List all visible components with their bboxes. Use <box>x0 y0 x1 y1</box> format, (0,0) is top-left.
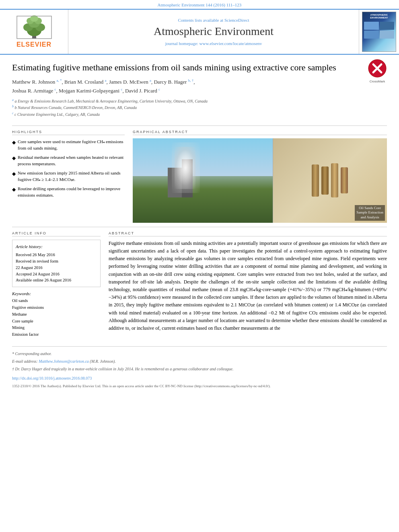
article-info-column: ARTICLE INFO Article history: Received 2… <box>12 231 101 338</box>
journal-cover-image: ATMOSPHERICENVIRONMENT <box>362 12 396 52</box>
highlight-item-3: ◆ New emission factors imply 2015 mined … <box>12 170 125 183</box>
dagger-footnote: † Dr. Darcy Hager died tragically in a m… <box>12 366 387 372</box>
received-revised-label: Received in revised form <box>16 258 97 265</box>
highlights-header: HIGHLIGHTS <box>12 130 125 135</box>
keyword-4: Mining <box>12 325 101 331</box>
journal-header: ELSEVIER Contents lists available at Sci… <box>0 10 399 55</box>
highlight-item-4: ◆ Routine drilling operations could be l… <box>12 185 125 199</box>
highlights-column: HIGHLIGHTS ◆ Core samples were used to e… <box>12 130 125 223</box>
graphical-abstract-header: GRAPHICAL ABSTRACT <box>133 130 387 135</box>
abstract-header: ABSTRACT <box>109 231 387 236</box>
corresponding-author-note: * Corresponding author. <box>12 351 387 357</box>
homepage-url[interactable]: www.elsevier.com/locate/atmosenv <box>200 41 262 46</box>
elsevier-brand-text: ELSEVIER <box>16 41 51 48</box>
cover-img-3 <box>364 31 379 39</box>
journal-homepage: journal homepage: www.elsevier.com/locat… <box>165 41 262 46</box>
info-abstract-row: ARTICLE INFO Article history: Received 2… <box>12 231 387 338</box>
author-armitage: Joshua R. Armitage c <box>12 88 56 94</box>
sciencedirect-link[interactable]: ScienceDirect <box>224 18 249 23</box>
header-right: ATMOSPHERICENVIRONMENT <box>359 10 399 54</box>
email-footnote: E-mail address: Matthew.Johnson@carleton… <box>12 358 387 364</box>
graphical-abstract-column: GRAPHICAL ABSTRACT <box>133 130 387 223</box>
article-history-box: Article history: Received 26 May 2016 Re… <box>12 240 101 287</box>
author-hager: Darcy B. Hager b, † <box>154 79 193 85</box>
cover-img-2 <box>380 22 395 30</box>
highlight-item-1: ◆ Core samples were used to estimate fug… <box>12 138 125 152</box>
author-johnson: Matthew R. Johnson a, * <box>12 79 62 85</box>
keyword-5: Emission factor <box>12 331 101 338</box>
revised-date: 22 August 2016 <box>16 265 97 271</box>
divider-after-authors <box>12 125 387 126</box>
elsevier-logo: ELSEVIER <box>16 15 52 48</box>
keywords-section: Keywords: Oil sands Fugitive emissions M… <box>12 291 101 338</box>
received-entry: Received 26 May 2016 <box>16 252 97 258</box>
cover-img-1 <box>364 22 379 30</box>
article-title-section: Estimating fugitive methane emissions fr… <box>12 59 387 121</box>
elsevier-tree-icon <box>16 15 52 39</box>
email-link[interactable]: Matthew.Johnson@carleton.ca <box>39 359 89 364</box>
affiliation-c: c c Clearstone Engineering Ltd., Calgary… <box>12 111 364 117</box>
keyword-1: Fugitive emissions <box>12 304 101 311</box>
doi-link[interactable]: http://dx.doi.org/10.1016/j.atmosenv.201… <box>12 376 92 380</box>
page-wrapper: Atmospheric Environment 144 (2016) 111–1… <box>0 0 399 532</box>
graphical-abstract-label: Oil Sands CoreSample Extractionand Analy… <box>355 205 385 221</box>
author-crosland: Brian M. Crosland a <box>64 79 106 85</box>
keyword-3: Core sample <box>12 318 101 325</box>
abstract-text: Fugitive methane emissions from oil sand… <box>109 240 387 332</box>
affiliation-b: b b Natural Resources Canada, CanmetENER… <box>12 104 364 111</box>
highlights-abstract-row: HIGHLIGHTS ◆ Core samples were used to e… <box>12 130 387 223</box>
highlights-list: ◆ Core samples were used to estimate fug… <box>12 138 125 199</box>
cover-img-4 <box>380 31 395 39</box>
available-online-entry: Available online 26 August 2016 <box>16 277 97 283</box>
copyright-line: 1352-2310/© 2016 The Author(s). Publishe… <box>12 383 387 389</box>
divider-mid <box>12 227 387 227</box>
crossmark-logo: CrossMark <box>368 59 387 83</box>
journal-ref: Atmospheric Environment 144 (2016) 111–1… <box>158 2 242 7</box>
keyword-2: Methane <box>12 311 101 318</box>
affiliation-a: a a Energy & Emissions Research Lab, Mec… <box>12 98 364 104</box>
footer-area: * Corresponding author. E-mail address: … <box>12 346 387 389</box>
article-title: Estimating fugitive methane emissions fr… <box>12 62 364 74</box>
keywords-title: Keywords: <box>12 291 101 296</box>
article-history-title: Article history: <box>16 243 97 251</box>
accepted-entry: Accepted 24 August 2016 <box>16 271 97 277</box>
graphical-abstract-image: Oil Sands CoreSample Extractionand Analy… <box>133 138 387 223</box>
keyword-0: Oil sands <box>12 298 101 304</box>
header-center: Contents lists available at ScienceDirec… <box>68 10 359 54</box>
authors-line: Matthew R. Johnson a, *, Brian M. Crosla… <box>12 78 364 95</box>
top-link-bar: Atmospheric Environment 144 (2016) 111–1… <box>0 0 399 10</box>
contents-available: Contents lists available at ScienceDirec… <box>178 18 249 23</box>
author-karimi: Mojgan Karimi-Golpayegani c <box>59 88 123 94</box>
article-content: Estimating fugitive methane emissions fr… <box>0 55 399 393</box>
article-info-header: ARTICLE INFO <box>12 231 101 236</box>
highlight-item-2: ◆ Residual methane released when samples… <box>12 154 125 167</box>
author-mcewen: James D. McEwen a <box>109 79 151 85</box>
abstract-column: ABSTRACT Fugitive methane emissions from… <box>109 231 387 338</box>
author-picard: David J. Picard c <box>125 88 160 94</box>
journal-title: Atmospheric Environment <box>154 25 274 38</box>
header-left: ELSEVIER <box>0 10 68 54</box>
doi-line: http://dx.doi.org/10.1016/j.atmosenv.201… <box>12 375 387 382</box>
affiliations: a a Energy & Emissions Research Lab, Mec… <box>12 98 364 117</box>
